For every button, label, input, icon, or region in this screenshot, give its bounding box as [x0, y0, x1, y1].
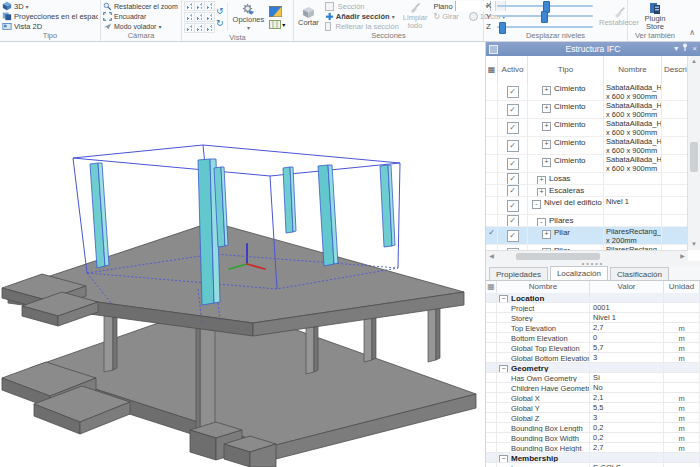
group-collapse-toggle[interactable]: −	[499, 455, 508, 462]
property-group-row[interactable]: −Location	[486, 293, 700, 303]
row-visibility-checkbox[interactable]: ✓	[507, 122, 519, 134]
tree-row[interactable]: ✓ -Nivel del edificio Nivel 1	[486, 197, 688, 215]
expand-toggle[interactable]: +	[542, 104, 551, 113]
tree-row[interactable]: ✓ +Escaleras	[486, 185, 688, 197]
tree-row[interactable]: ✓ ✓ +Pilar PilaresRectang_HA30:200 x 200…	[486, 227, 688, 245]
property-row[interactable]: Bounding Box Length 0,2 m	[486, 423, 700, 433]
cut-button[interactable]: Cortar	[296, 6, 321, 27]
tree-row[interactable]: ✓ +Cimiento SabataAillada_HA30:600 x 600…	[486, 83, 688, 101]
expand-toggle[interactable]: +	[537, 176, 546, 184]
properties-header-gutter-icon[interactable]: ▦	[486, 281, 497, 293]
property-row[interactable]: Children Have Geometry No	[486, 383, 700, 393]
minimap-button[interactable]	[269, 20, 281, 29]
slider-thumb[interactable]	[541, 11, 548, 23]
scroll-up-arrow[interactable]: ▲	[688, 56, 700, 67]
tree-row[interactable]: ✓ +Cimiento SabataAillada_HA30:600 x 600…	[486, 155, 688, 173]
expand-toggle[interactable]: -	[532, 200, 541, 209]
expand-toggle[interactable]: +	[537, 188, 546, 196]
property-row[interactable]: Project 0001	[486, 303, 700, 313]
panel-pin-icon[interactable]	[682, 42, 688, 56]
panel-menu-icon[interactable]: ▾	[674, 42, 678, 56]
rotate-ccw-button[interactable]: ↺	[216, 5, 224, 17]
row-visibility-checkbox[interactable]: ✓	[507, 104, 519, 116]
properties-header-unidad[interactable]: Unidad	[664, 281, 700, 293]
viewport-3d[interactable]	[0, 42, 486, 467]
slider-track[interactable]	[497, 26, 593, 28]
plugin-store-button[interactable]: Plugin Store	[643, 2, 668, 31]
tree-row[interactable]: ✓ -Pilares	[486, 215, 688, 227]
options-button[interactable]: Opciones ▾	[231, 3, 267, 32]
tree-header-activo[interactable]: Activo	[498, 56, 528, 83]
row-visibility-checkbox[interactable]: ✓	[507, 86, 519, 98]
tree-header-gutter-icon[interactable]: ▦	[486, 56, 498, 83]
property-row[interactable]: Global Z 3 m	[486, 413, 700, 423]
row-visibility-checkbox[interactable]: ✓	[507, 230, 519, 242]
section-checkbox[interactable]: Sección	[325, 1, 399, 11]
property-row[interactable]: Global X 2,1 m	[486, 393, 700, 403]
tree-panel-titlebar[interactable]: Estructura IFC ▾ ×	[486, 42, 700, 56]
tab-localización[interactable]: Localización	[550, 266, 608, 280]
view-orientation-grid[interactable]	[184, 1, 213, 33]
property-row[interactable]: Bounding Box Width 0,2 m	[486, 433, 700, 443]
row-visibility-checkbox[interactable]: ✓	[507, 173, 519, 184]
property-row[interactable]: Bottom Elevation 0 m	[486, 333, 700, 343]
slider-track[interactable]	[497, 5, 593, 7]
level-slider-z[interactable]: Z	[486, 22, 593, 31]
tree-row[interactable]: ✓ +Cimiento SabataAillada_HA30:600 x 600…	[486, 137, 688, 155]
group-collapse-toggle[interactable]: −	[499, 365, 508, 372]
add-section-button[interactable]: Añadir sección▾	[325, 11, 399, 21]
slider-thumb[interactable]	[499, 22, 506, 34]
tab-clasificación[interactable]: Clasificación	[610, 267, 669, 280]
reset-zoom-button[interactable]: Restablecer el zoom	[103, 1, 179, 11]
property-row[interactable]: Top Elevation 2,7 m	[486, 323, 700, 333]
property-row[interactable]: Storey Nivel 1	[486, 313, 700, 323]
property-row[interactable]: Has Own Geometry Sí	[486, 373, 700, 383]
property-group-row[interactable]: −Membership	[486, 453, 700, 463]
property-row[interactable]: Global Bottom Elevation 3 m	[486, 353, 700, 363]
tree-header-nombre[interactable]: Nombre	[604, 56, 662, 83]
rotate-cw-button[interactable]: ↻	[216, 17, 224, 29]
row-visibility-checkbox[interactable]: ✓	[507, 185, 519, 196]
tree-header-tipo[interactable]: Tipo	[528, 56, 604, 83]
expand-toggle[interactable]: +	[542, 86, 551, 95]
model-canvas[interactable]	[0, 42, 485, 467]
fit-view-button[interactable]: Encuadrar	[103, 11, 179, 21]
property-group-row[interactable]: −Geometry	[486, 363, 700, 373]
level-slider-y[interactable]: Y	[486, 12, 593, 21]
properties-header-nombre[interactable]: Nombre	[497, 281, 590, 293]
background-color-button[interactable]	[269, 6, 282, 17]
clear-all-button[interactable]: Limpiar todo	[401, 2, 430, 30]
expand-toggle[interactable]: +	[542, 158, 551, 167]
tree-vertical-scrollbar[interactable]: ▲ ▼	[687, 56, 700, 250]
view-2d-button[interactable]: Vista 2D	[2, 21, 98, 31]
fly-mode-button[interactable]: Modo volador▾	[103, 21, 179, 31]
property-row[interactable]: Bounding Box Height 2,7 m	[486, 443, 700, 453]
properties-header-valor[interactable]: Valor	[590, 281, 664, 293]
tree-row[interactable]: ✓ +Losas	[486, 173, 688, 185]
tree-row[interactable]: ✓ +Cimiento SabataAillada_HA30:600 x 600…	[486, 101, 688, 119]
projections-button[interactable]: Proyecciones en el espacio▾	[2, 11, 98, 21]
row-visibility-checkbox[interactable]: ✓	[507, 215, 519, 226]
property-row[interactable]: Global Top Elevation 5,7 m	[486, 343, 700, 353]
expand-toggle[interactable]: +	[542, 140, 551, 149]
vertical-scroll-thumb[interactable]	[690, 142, 698, 172]
group-collapse-toggle[interactable]: −	[499, 295, 508, 302]
tree-header-descripcion[interactable]: Descripción	[662, 56, 688, 83]
row-visibility-checkbox[interactable]: ✓	[507, 140, 519, 152]
slider-track[interactable]	[497, 15, 593, 17]
property-row[interactable]: Layer S-COLS-_____-OTLN.Importación IFC	[486, 463, 700, 467]
collapse-ribbon-button[interactable]: ∧	[689, 28, 695, 37]
expand-toggle[interactable]: +	[542, 122, 551, 131]
view-3d-button[interactable]: 3D▾	[2, 1, 98, 11]
scroll-down-arrow[interactable]: ▼	[688, 239, 700, 250]
panel-close-icon[interactable]: ×	[692, 42, 697, 56]
expand-toggle[interactable]: +	[542, 230, 551, 239]
property-row[interactable]: Global Y 5,5 m	[486, 403, 700, 413]
fill-section-checkbox[interactable]: Rellenar la sección	[325, 21, 399, 31]
row-visibility-checkbox[interactable]: ✓	[507, 158, 519, 170]
horizontal-scroll-thumb[interactable]	[516, 253, 600, 260]
tab-propiedades[interactable]: Propiedades	[489, 267, 548, 280]
row-visibility-checkbox[interactable]: ✓	[507, 200, 519, 212]
tree-row[interactable]: ✓ +Cimiento SabataAillada_HA30:600 x 600…	[486, 119, 688, 137]
expand-toggle[interactable]: -	[537, 218, 546, 226]
